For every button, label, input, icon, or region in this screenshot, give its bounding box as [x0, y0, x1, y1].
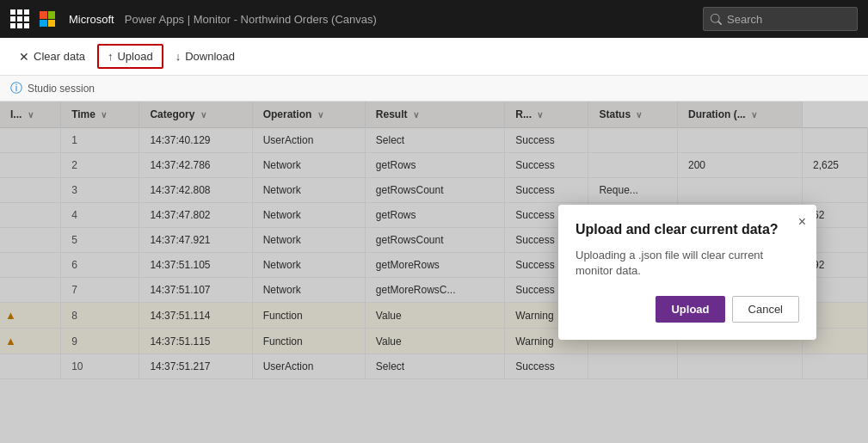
search-icon	[711, 14, 722, 25]
modal-cancel-button[interactable]: Cancel	[732, 296, 799, 323]
nav-breadcrumb: Power Apps | Monitor - Northwind Orders …	[125, 13, 377, 26]
toolbar: ✕ Clear data ↑ Upload ↓ Download	[0, 38, 868, 76]
clear-data-label: Clear data	[34, 50, 85, 63]
download-button[interactable]: ↓ Download	[167, 46, 243, 67]
search-box[interactable]	[703, 7, 858, 31]
upload-label: Upload	[117, 50, 152, 63]
x-icon: ✕	[19, 50, 29, 64]
main-content: I... ∨ Time ∨ Category ∨ Operation ∨ Res…	[0, 102, 868, 443]
upload-confirm-dialog: × Upload and clear current data? Uploadi…	[558, 205, 816, 340]
ms-logo	[40, 11, 55, 27]
modal-title: Upload and clear current data?	[576, 222, 799, 237]
modal-overlay: × Upload and clear current data? Uploadi…	[0, 102, 868, 443]
upload-icon: ↑	[108, 50, 114, 63]
modal-actions: Upload Cancel	[576, 296, 799, 323]
download-icon: ↓	[175, 50, 182, 63]
clear-data-button[interactable]: ✕ Clear data	[10, 46, 94, 68]
search-input[interactable]	[727, 13, 847, 26]
app-title: Microsoft	[69, 13, 114, 26]
top-nav: Microsoft Power Apps | Monitor - Northwi…	[0, 0, 868, 38]
download-label: Download	[185, 50, 235, 63]
sub-toolbar: ⓘ Studio session	[0, 76, 868, 102]
studio-session-label: Studio session	[28, 83, 95, 95]
upload-button[interactable]: ↑ Upload	[97, 44, 163, 69]
waffle-menu[interactable]	[10, 9, 29, 28]
modal-close-button[interactable]: ×	[798, 215, 806, 229]
modal-upload-button[interactable]: Upload	[656, 296, 724, 323]
modal-body: Uploading a .json file will clear curren…	[576, 248, 799, 279]
info-icon: ⓘ	[10, 81, 22, 96]
